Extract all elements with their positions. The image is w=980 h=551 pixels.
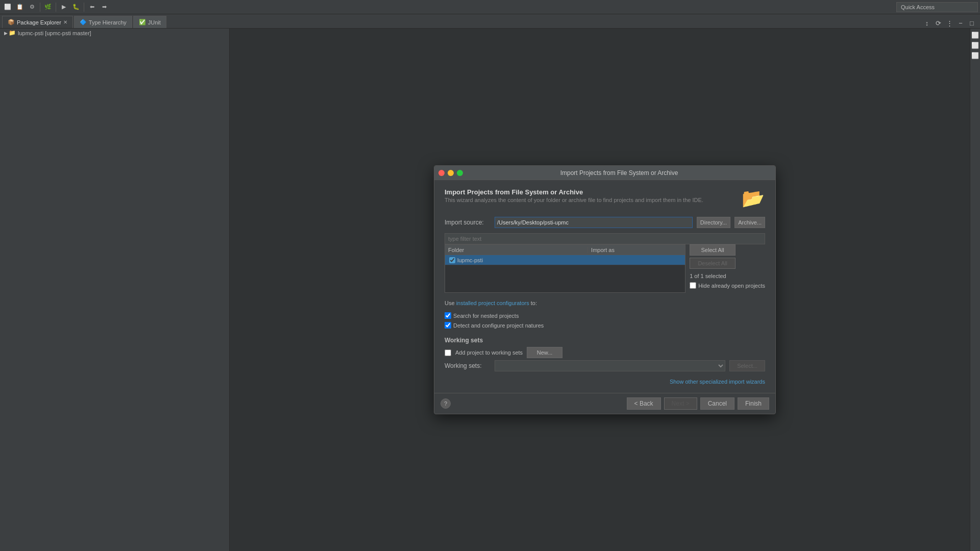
table-with-buttons: Folder Import as lupmc-psti xyxy=(445,244,765,293)
tree-item-label: lupmc-psti [upmc-psti master] xyxy=(18,30,91,36)
tree-arrow: ▶ xyxy=(4,31,8,36)
main-toolbar: ⬜ 📋 ⚙ 🌿 ▶ 🐛 ⬅ ➡ Quick Access xyxy=(0,0,980,14)
view-min-btn[interactable]: − xyxy=(955,18,966,28)
use-suffix: to: xyxy=(529,300,537,306)
tab-package-explorer-close[interactable]: ✕ xyxy=(63,19,67,25)
filter-input[interactable] xyxy=(445,233,765,244)
tab-type-hierarchy[interactable]: 🔷 Type Hierarchy xyxy=(74,16,132,28)
dialog-close-btn[interactable] xyxy=(438,170,445,176)
select-working-sets-btn[interactable]: Select... xyxy=(729,360,765,371)
dialog-title: Import Projects from File System or Arch… xyxy=(467,169,771,177)
toolbar-btn-6[interactable]: 🐛 xyxy=(70,2,82,13)
toolbar-btn-2[interactable]: 📋 xyxy=(14,2,26,13)
dialog-heading: Import Projects from File System or Arch… xyxy=(445,188,736,196)
right-icon-2[interactable]: ⬜ xyxy=(971,41,980,50)
dialog-min-btn[interactable] xyxy=(448,170,454,176)
back-btn[interactable]: < Back xyxy=(627,397,661,410)
quick-access-box[interactable]: Quick Access xyxy=(896,2,978,12)
hide-open-checkbox-row: Hide already open projects xyxy=(690,282,765,289)
tree-item-project[interactable]: ▶ 📁 lupmc-psti [upmc-psti master] xyxy=(0,29,229,37)
dialog-controls xyxy=(438,170,463,176)
hide-open-label: Hide already open projects xyxy=(698,283,765,289)
table-row[interactable]: lupmc-psti xyxy=(445,255,685,265)
working-sets-label: Working sets: xyxy=(445,362,491,369)
tab-package-explorer-label: Package Explorer xyxy=(17,19,61,26)
import-dialog: Import Projects from File System or Arch… xyxy=(434,165,776,414)
detect-natures-label: Detect and configure project natures xyxy=(453,322,544,329)
dialog-max-btn[interactable] xyxy=(457,170,463,176)
show-wizards-link[interactable]: Show other specialized import wizards xyxy=(670,379,765,385)
view-max-btn[interactable]: □ xyxy=(967,18,977,28)
table-header-import-as: Import as xyxy=(588,247,685,253)
detect-natures-row: Detect and configure project natures xyxy=(445,322,765,329)
right-panel: Import Projects from File System or Arch… xyxy=(230,29,980,551)
add-working-sets-checkbox[interactable] xyxy=(445,349,451,356)
import-source-label: Import source: xyxy=(445,219,491,226)
tab-package-explorer[interactable]: 📦 Package Explorer ✕ xyxy=(2,16,73,28)
toolbar-btn-8[interactable]: ➡ xyxy=(99,2,110,13)
new-working-set-btn[interactable]: New... xyxy=(527,347,562,358)
view-sync-btn[interactable]: ⟳ xyxy=(933,18,943,28)
quick-access-label: Quick Access xyxy=(901,4,935,10)
deselect-all-btn[interactable]: Deselect All xyxy=(690,258,736,269)
dialog-footer: ? < Back Next > Cancel Finish xyxy=(434,393,775,414)
view-collapse-btn[interactable]: ↕ xyxy=(922,18,932,28)
selected-count: 1 of 1 selected xyxy=(690,273,765,279)
toolbar-sep-2 xyxy=(56,3,56,12)
working-sets-select[interactable] xyxy=(495,360,725,371)
cancel-btn[interactable]: Cancel xyxy=(700,397,734,410)
main-layout: ▶ 📁 lupmc-psti [upmc-psti master] Import… xyxy=(0,29,980,551)
tab-type-hierarchy-label: Type Hierarchy xyxy=(89,19,127,26)
toolbar-btn-4[interactable]: 🌿 xyxy=(42,2,54,13)
checkboxes-section: Search for nested projects Detect and co… xyxy=(445,311,765,329)
dialog-subtitle: This wizard analyzes the content of your… xyxy=(445,197,736,203)
junit-icon: ✅ xyxy=(139,19,146,26)
table-body: lupmc-psti xyxy=(445,255,685,293)
import-source-row: Import source: Directory... Archive... xyxy=(445,217,765,228)
dialog-body: Import Projects from File System or Arch… xyxy=(434,180,775,393)
right-icon-3[interactable]: ⬜ xyxy=(971,51,980,60)
table-side-buttons: Select All Deselect All 1 of 1 selected … xyxy=(690,244,765,293)
toolbar-btn-7[interactable]: ⬅ xyxy=(86,2,97,13)
import-source-input[interactable] xyxy=(495,217,693,228)
right-icon-1[interactable]: ⬜ xyxy=(971,31,980,40)
table-header: Folder Import as xyxy=(445,244,685,255)
toolbar-btn-1[interactable]: ⬜ xyxy=(2,2,13,13)
installed-configurators-link[interactable]: installed project configurators xyxy=(456,300,529,306)
archive-btn[interactable]: Archive... xyxy=(734,217,765,228)
directory-btn[interactable]: Directory... xyxy=(697,217,730,228)
toolbar-sep-1 xyxy=(40,3,40,12)
type-hierarchy-icon: 🔷 xyxy=(80,19,87,26)
tab-bar: 📦 Package Explorer ✕ 🔷 Type Hierarchy ✅ … xyxy=(0,14,980,29)
hide-open-checkbox[interactable] xyxy=(690,282,696,289)
show-wizards-row: Show other specialized import wizards xyxy=(445,379,765,385)
left-panel: ▶ 📁 lupmc-psti [upmc-psti master] xyxy=(0,29,230,551)
table-header-folder: Folder xyxy=(445,247,588,253)
project-icon: 📁 xyxy=(9,30,16,36)
select-all-btn[interactable]: Select All xyxy=(690,244,736,256)
search-nested-checkbox[interactable] xyxy=(445,312,451,319)
working-sets-input-row: Working sets: Select... xyxy=(445,360,765,371)
next-btn[interactable]: Next > xyxy=(664,397,697,410)
table-row-checkbox[interactable] xyxy=(449,257,455,263)
use-prefix: Use xyxy=(445,300,456,306)
view-menu-btn[interactable]: ⋮ xyxy=(944,18,954,28)
view-toolbar: ↕ ⟳ ⋮ − □ xyxy=(922,18,980,28)
working-sets-title: Working sets xyxy=(445,337,765,344)
dialog-top-content: Import Projects from File System or Arch… xyxy=(445,188,736,203)
help-btn[interactable]: ? xyxy=(440,398,451,409)
toolbar-sep-3 xyxy=(84,3,84,12)
toolbar-btn-5[interactable]: ▶ xyxy=(58,2,69,13)
toolbar-btn-3[interactable]: ⚙ xyxy=(27,2,38,13)
add-working-sets-label: Add project to working sets xyxy=(455,349,523,356)
finish-btn[interactable]: Finish xyxy=(738,397,769,410)
package-explorer-icon: 📦 xyxy=(8,19,15,26)
dialog-overlay: Import Projects from File System or Arch… xyxy=(230,29,980,551)
search-nested-label: Search for nested projects xyxy=(453,313,519,319)
detect-natures-checkbox[interactable] xyxy=(445,322,451,329)
tab-junit[interactable]: ✅ JUnit xyxy=(133,16,166,28)
right-icons-strip: ⬜ ⬜ ⬜ xyxy=(970,29,980,551)
working-sets-section: Working sets Add project to working sets… xyxy=(445,334,765,371)
dialog-titlebar: Import Projects from File System or Arch… xyxy=(434,166,775,180)
use-installed-row: Use installed project configurators to: xyxy=(445,300,765,306)
